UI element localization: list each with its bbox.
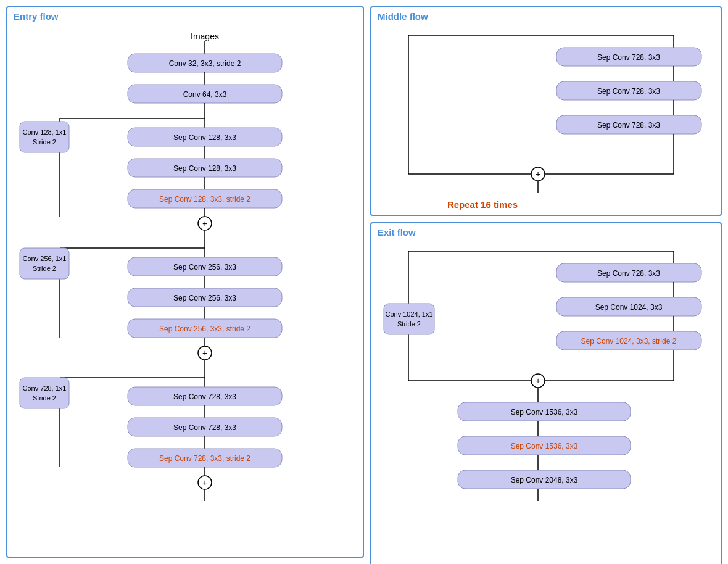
- sep256c-node: Sep Conv 256, 3x3, stride 2: [159, 325, 250, 333]
- repeat-label: Repeat 16 times: [447, 199, 518, 210]
- sep128b-node: Sep Conv 128, 3x3: [173, 164, 236, 173]
- exit-sep2048: Sep Conv 2048, 3x3: [511, 476, 578, 484]
- mid-sep728a: Sep Conv 728, 3x3: [597, 53, 660, 62]
- main-container: Entry flow Images Conv 32, 3x3, stride 2…: [0, 0, 728, 564]
- svg-text:Stride 2: Stride 2: [33, 394, 56, 402]
- exit-sep1024s: Sep Conv 1024, 3x3, stride 2: [581, 337, 677, 346]
- entry-flow-title: Entry flow: [14, 11, 59, 22]
- sep128c-node: Sep Conv 128, 3x3, stride 2: [159, 195, 250, 204]
- exit-flow-title: Exit flow: [378, 227, 416, 238]
- middle-flow-panel: Middle flow Sep Conv 728, 3x3 Sep Conv 7…: [370, 6, 722, 216]
- mid-sep728b: Sep Conv 728, 3x3: [597, 87, 660, 96]
- sep728b-node: Sep Conv 728, 3x3: [173, 423, 236, 432]
- images-label: Images: [191, 31, 219, 41]
- svg-text:+: +: [202, 478, 207, 487]
- svg-rect-73: [384, 304, 434, 334]
- svg-text:Stride 2: Stride 2: [397, 320, 421, 328]
- conv64-node: Conv 64, 3x3: [183, 90, 227, 99]
- svg-text:Conv 1024, 1x1: Conv 1024, 1x1: [385, 310, 432, 318]
- sep728c-node: Sep Conv 728, 3x3, stride 2: [159, 454, 250, 463]
- svg-rect-8: [20, 122, 69, 152]
- sep728a-node: Sep Conv 728, 3x3: [173, 392, 236, 401]
- middle-flow-title: Middle flow: [378, 11, 428, 22]
- svg-text:Conv 728, 1x1: Conv 728, 1x1: [23, 384, 67, 392]
- conv32-node: Conv 32, 3x3, stride 2: [169, 59, 241, 68]
- svg-rect-38: [20, 378, 69, 408]
- svg-text:Conv 256, 1x1: Conv 256, 1x1: [23, 255, 67, 262]
- svg-text:+: +: [536, 376, 540, 386]
- sep256a-node: Sep Conv 256, 3x3: [173, 263, 236, 272]
- sep256b-node: Sep Conv 256, 3x3: [173, 294, 236, 302]
- sep128a-node: Sep Conv 128, 3x3: [173, 133, 236, 142]
- exit-flow-panel: Exit flow Sep Conv 728, 3x3 Sep Conv 102…: [370, 222, 722, 564]
- svg-text:Stride 2: Stride 2: [33, 265, 56, 272]
- mid-sep728c: Sep Conv 728, 3x3: [597, 121, 660, 130]
- svg-text:Conv 128, 1x1: Conv 128, 1x1: [23, 128, 67, 136]
- exit-sep728: Sep Conv 728, 3x3: [597, 269, 660, 278]
- svg-text:+: +: [202, 218, 207, 228]
- svg-rect-23: [20, 248, 69, 279]
- exit-sep1536a: Sep Conv 1536, 3x3: [511, 408, 578, 417]
- exit-sep1024: Sep Conv 1024, 3x3: [595, 303, 663, 312]
- svg-text:+: +: [536, 169, 540, 179]
- svg-text:Stride 2: Stride 2: [33, 138, 56, 146]
- svg-text:+: +: [202, 348, 207, 358]
- exit-sep1536b: Sep Conv 1536, 3x3: [511, 442, 578, 450]
- entry-flow-panel: Entry flow Images Conv 32, 3x3, stride 2…: [6, 6, 364, 558]
- right-column: Middle flow Sep Conv 728, 3x3 Sep Conv 7…: [370, 6, 722, 558]
